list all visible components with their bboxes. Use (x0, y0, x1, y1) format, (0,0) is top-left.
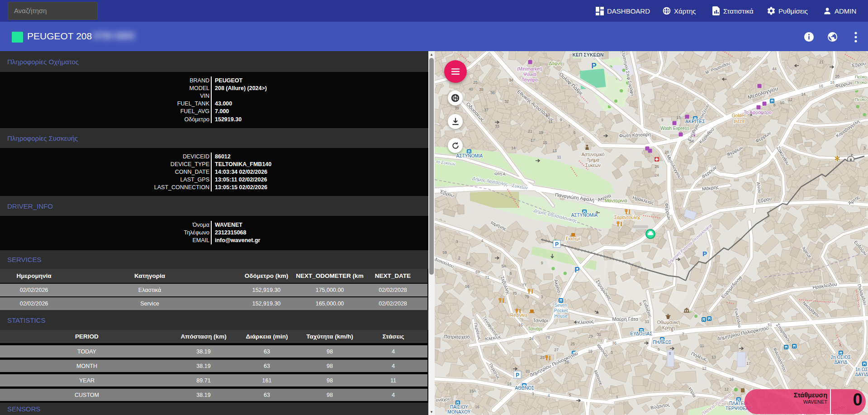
svg-text:Το Αφρόψαρο: Το Αφρόψαρο (744, 110, 772, 115)
svg-text:2: 2 (458, 256, 460, 260)
svg-text:29: 29 (588, 334, 593, 339)
svg-text:Πεύκο: Πεύκο (855, 74, 867, 79)
svg-text:13: 13 (545, 113, 550, 117)
svg-text:8: 8 (669, 351, 671, 356)
svg-text:15A: 15A (469, 389, 476, 393)
svg-text:2η ΟΣΙΟΣ: 2η ΟΣΙΟΣ (831, 355, 851, 360)
svg-text:ΚΕΠ ΣΥΚΕΩΝ: ΚΕΠ ΣΥΚΕΩΝ (573, 52, 604, 57)
svg-text:1η ΟΣ: 1η ΟΣ (855, 367, 868, 372)
svg-text:Golden: Golden (732, 113, 746, 118)
svg-text:26: 26 (564, 360, 569, 364)
svg-text:24: 24 (655, 173, 659, 177)
svg-text:Δάφνη: Δάφνη (549, 61, 562, 66)
svg-text:15: 15 (543, 140, 547, 145)
svg-text:Γιασεμί: Γιασεμί (566, 236, 580, 241)
svg-text:Τσινάρι: Τσινάρι (528, 326, 542, 331)
svg-text:18: 18 (830, 80, 835, 85)
svg-text:Μαύρη Γάτα: Μαύρη Γάτα (612, 316, 638, 322)
svg-text:25: 25 (473, 80, 478, 85)
svg-text:3: 3 (456, 239, 458, 244)
svg-text:34: 34 (689, 139, 694, 143)
svg-text:Οθωμανική: Οθωμανική (657, 320, 680, 325)
svg-text:Τμήμα: Τμήμα (587, 157, 599, 162)
svg-text:ΑΘΩΝΟΣ: ΑΘΩΝΟΣ (515, 386, 535, 391)
svg-text:21: 21 (526, 369, 530, 373)
svg-text:32: 32 (504, 99, 509, 104)
svg-text:P: P (574, 266, 579, 274)
svg-text:5A: 5A (502, 264, 507, 268)
svg-text:9: 9 (541, 261, 543, 265)
svg-text:26: 26 (655, 164, 659, 169)
svg-text:5: 5 (574, 130, 576, 135)
svg-text:69: 69 (475, 270, 480, 274)
svg-text:1: 1 (616, 395, 618, 399)
svg-text:17: 17 (746, 361, 751, 366)
svg-text:Συκεών: Συκεών (585, 163, 601, 168)
svg-text:21: 21 (528, 129, 532, 134)
svg-text:15: 15 (588, 349, 593, 353)
svg-text:5: 5 (569, 393, 571, 397)
svg-text:5: 5 (671, 328, 674, 333)
svg-text:75: 75 (512, 291, 517, 296)
svg-text:39: 39 (455, 106, 459, 110)
svg-text:7: 7 (682, 332, 684, 336)
svg-text:79: 79 (525, 295, 529, 299)
svg-text:14: 14 (511, 146, 516, 150)
svg-text:18: 18 (507, 382, 512, 386)
svg-text:7: 7 (568, 124, 570, 129)
svg-text:Τσιγάρα: Τσιγάρα (522, 77, 538, 82)
svg-text:13: 13 (552, 148, 557, 153)
svg-text:P: P (591, 62, 596, 70)
svg-text:Πεύκο: Πεύκο (855, 97, 867, 102)
svg-text:33: 33 (645, 320, 649, 324)
svg-text:33: 33 (495, 124, 499, 129)
svg-text:Μανταρινιά: Μανταρινιά (605, 198, 627, 203)
svg-text:9: 9 (661, 118, 664, 122)
svg-text:P: P (702, 250, 707, 258)
svg-text:18: 18 (729, 377, 734, 382)
svg-text:59: 59 (442, 250, 447, 255)
svg-text:28: 28 (664, 150, 669, 154)
svg-text:78: 78 (545, 335, 550, 339)
svg-text:ΑΣΤΥΝΟΜΙΑ: ΑΣΤΥΝΟΜΙΑ (456, 153, 483, 158)
svg-text:ΜΟΝΑΧΟΥ: ΜΟΝΑΧΟΥ (448, 410, 471, 415)
svg-text:P: P (555, 241, 559, 248)
svg-text:31: 31 (597, 332, 601, 337)
svg-text:11: 11 (549, 119, 553, 124)
svg-text:44: 44 (772, 67, 777, 71)
svg-text:77: 77 (522, 283, 526, 287)
svg-text:4: 4 (481, 239, 484, 243)
svg-text:13: 13 (676, 115, 681, 120)
svg-text:34: 34 (509, 78, 513, 82)
svg-text:ΑΚΡΙΤΕΣ: ΑΚΡΙΤΕΣ (685, 119, 705, 124)
svg-text:Pocket: Pocket (554, 308, 568, 313)
svg-text:P: P (516, 372, 519, 378)
svg-text:3: 3 (532, 391, 534, 396)
svg-text:9: 9 (560, 118, 562, 122)
svg-text:Seven: Seven (555, 303, 567, 308)
svg-text:40: 40 (469, 87, 473, 91)
svg-text:27: 27 (554, 348, 559, 352)
svg-text:11: 11 (700, 343, 704, 348)
svg-text:37: 37 (484, 108, 489, 112)
svg-text:8: 8 (773, 103, 776, 107)
svg-text:12: 12 (702, 366, 707, 371)
svg-text:12: 12 (788, 97, 792, 102)
svg-text:pizza: pizza (734, 119, 745, 124)
svg-text:Τσινάρι: Τσινάρι (533, 318, 548, 323)
svg-text:ΑΣΤΥΝΟΜΙΑ: ΑΣΤΥΝΟΜΙΑ (571, 213, 598, 218)
svg-text:51: 51 (768, 323, 772, 327)
svg-text:Πατριαρχείο: Πατριαρχείο (444, 334, 470, 339)
svg-text:23: 23 (540, 355, 545, 360)
svg-text:20: 20 (835, 74, 840, 79)
svg-text:ώτη Α: ώτη Α (494, 171, 506, 176)
svg-text:15: 15 (518, 323, 523, 327)
svg-text:13: 13 (711, 355, 716, 359)
svg-text:56: 56 (465, 284, 470, 289)
svg-text:ΔΑΥΙΔ: ΔΑΥΙΔ (855, 372, 868, 377)
svg-text:ΕΥΔΟΞΙΑΣ: ΕΥΔΟΞΙΑΣ (631, 331, 653, 336)
svg-text:3: 3 (863, 146, 866, 150)
svg-text:16: 16 (819, 84, 823, 88)
svg-text:21: 21 (819, 60, 824, 64)
svg-text:5: 5 (640, 302, 642, 306)
